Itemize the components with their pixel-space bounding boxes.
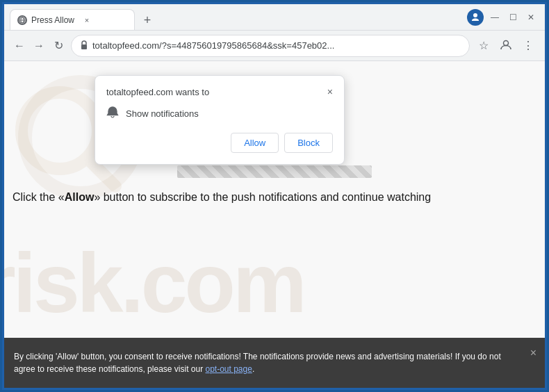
main-text: Click the «Allow» button to subscribe to…	[13, 190, 536, 205]
popup-title: totaltopfeed.com wants to	[106, 87, 209, 97]
url-box[interactable]: totaltopfeed.com/?s=448756019795865684&s…	[71, 35, 470, 57]
forward-button[interactable]: →	[32, 40, 46, 52]
tab-title: Press Allow	[31, 15, 74, 25]
banner-opt-out-link[interactable]: opt-out page	[205, 364, 252, 374]
profile-dropdown-icon[interactable]	[467, 9, 484, 26]
title-bar: Press Allow × + — ☐ ✕	[4, 4, 545, 31]
main-text-suffix: » button to subscribe to the push notifi…	[94, 191, 431, 203]
progress-bar-container	[177, 165, 372, 178]
banner-text-content: By clicking 'Allow' button, you consent …	[14, 352, 501, 374]
address-bar: ← → ↻ totaltopfeed.com/?s=44875601979586…	[4, 31, 545, 61]
maximize-button[interactable]: ☐	[507, 13, 518, 22]
bell-icon	[106, 106, 119, 122]
svg-rect-3	[81, 44, 87, 49]
minimize-button[interactable]: —	[489, 13, 500, 22]
allow-button[interactable]: Allow	[231, 133, 279, 153]
main-text-bold: Allow	[65, 191, 95, 203]
progress-bar	[177, 165, 372, 178]
svg-point-4	[504, 40, 509, 45]
banner-close-button[interactable]: ×	[530, 345, 536, 361]
window-controls: — ☐ ✕	[489, 13, 539, 22]
popup-buttons: Allow Block	[106, 133, 333, 153]
user-icon[interactable]	[498, 38, 514, 54]
block-button[interactable]: Block	[284, 133, 333, 153]
lock-icon	[80, 40, 88, 51]
notification-popup: totaltopfeed.com wants to × Show notific…	[95, 75, 345, 165]
notification-label: Show notifications	[126, 108, 199, 119]
banner-text-end: .	[252, 364, 254, 374]
popup-notification-row: Show notifications	[106, 106, 333, 122]
bookmark-icon[interactable]: ☆	[475, 39, 492, 52]
popup-header: totaltopfeed.com wants to ×	[106, 87, 333, 97]
browser-tab[interactable]: Press Allow ×	[10, 9, 135, 30]
back-button[interactable]: ←	[13, 40, 26, 52]
page-content: risk.com totaltopfeed.com wants to × Sho…	[4, 61, 545, 338]
main-text-prefix: Click the «	[13, 191, 65, 203]
close-button[interactable]: ✕	[525, 13, 536, 22]
banner-text: By clicking 'Allow' button, you consent …	[14, 350, 517, 375]
bottom-banner: By clicking 'Allow' button, you consent …	[4, 338, 545, 388]
refresh-button[interactable]: ↻	[51, 39, 65, 52]
url-text: totaltopfeed.com/?s=448756019795865684&s…	[92, 40, 461, 51]
tab-area: Press Allow × +	[10, 4, 464, 30]
menu-icon[interactable]: ⋮	[520, 39, 536, 52]
watermark-text: risk.com	[4, 235, 304, 331]
new-tab-button[interactable]: +	[138, 10, 157, 30]
tab-close-button[interactable]: ×	[81, 15, 92, 26]
popup-close-button[interactable]: ×	[327, 87, 333, 97]
tab-globe-icon	[17, 15, 27, 25]
browser-window: Press Allow × + — ☐ ✕ ← → ↻ totaltopfeed…	[2, 2, 547, 390]
